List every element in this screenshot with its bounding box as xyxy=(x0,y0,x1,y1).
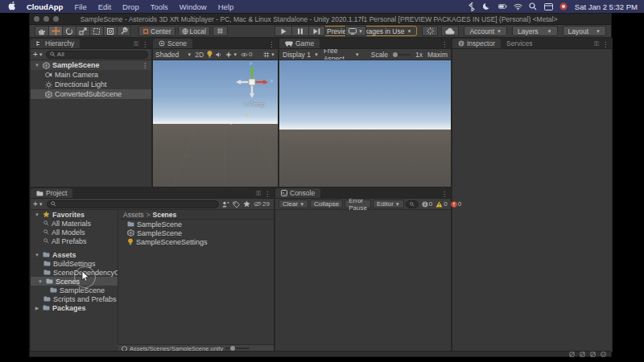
cloud-services-button[interactable] xyxy=(441,26,459,36)
disclosure-triangle-icon[interactable]: ▼ xyxy=(34,63,40,68)
layout-dropdown[interactable]: Layout▼ xyxy=(563,26,606,36)
tab-game[interactable]: Game xyxy=(279,39,320,48)
disclosure-triangle-icon[interactable]: ▼ xyxy=(34,212,40,217)
scene-visibility-toggle[interactable]: 0 xyxy=(241,51,252,58)
panel-menu-icon[interactable]: ⋮ xyxy=(268,41,275,48)
grid-snap-button[interactable] xyxy=(213,26,228,36)
hierarchy-item-subscene[interactable]: ConvertedSubScene xyxy=(31,89,151,99)
window-title-bar[interactable]: SampleScene - Asteroids 3D XR Multiplaye… xyxy=(30,14,611,25)
step-button[interactable] xyxy=(308,26,325,36)
light-gizmo-icon[interactable] xyxy=(245,106,250,121)
tree-item-samplescene-folder[interactable]: SampleScene xyxy=(31,286,118,294)
panel-menu-icon[interactable]: ⋮ xyxy=(441,41,448,48)
progress-activity-icon[interactable] xyxy=(569,352,575,357)
tree-item-all-materials[interactable]: All Materials xyxy=(31,219,118,228)
hierarchy-item-scene[interactable]: ▼ SampleScene ⋮ xyxy=(31,60,151,70)
tree-item-scripts-and-prefabs[interactable]: Scripts and Prefabs xyxy=(31,294,118,303)
layers-dropdown[interactable]: Layers▼ xyxy=(512,26,557,36)
tree-item-scenedependencycache[interactable]: SceneDependencyCache xyxy=(31,268,118,277)
minimize-window-button[interactable] xyxy=(43,16,49,22)
disclosure-triangle-icon[interactable]: ▼ xyxy=(37,279,43,284)
error-count-badge[interactable]: 0 xyxy=(451,200,461,208)
content-item-scene-settings[interactable]: SampleSceneSettings xyxy=(119,237,274,246)
hierarchy-item-camera[interactable]: Main Camera xyxy=(31,70,151,80)
custom-tool-button[interactable] xyxy=(117,26,130,36)
project-search-input[interactable] xyxy=(47,200,219,208)
error-pause-button[interactable]: Error Pause xyxy=(345,200,371,208)
game-viewport[interactable] xyxy=(279,60,451,187)
menu-item-edit[interactable]: Edit xyxy=(93,2,117,11)
persp-label[interactable]: < Persp xyxy=(244,101,265,108)
lock-icon[interactable]: ⚿ xyxy=(134,40,138,48)
collapse-button[interactable]: Collapse xyxy=(310,200,343,208)
hierarchy-search-input[interactable]: All xyxy=(46,51,148,59)
tree-item-all-prefabs[interactable]: All Prefabs xyxy=(31,237,118,245)
favorite-star-icon[interactable] xyxy=(243,200,250,208)
menu-item-tools[interactable]: Tools xyxy=(145,2,174,11)
background-tasks-icon[interactable] xyxy=(601,352,606,357)
battery-icon[interactable] xyxy=(498,2,507,11)
aspect-dropdown[interactable]: Free Aspect▼ xyxy=(324,49,366,60)
editor-dropdown[interactable]: Editor▼ xyxy=(373,200,404,208)
hidden-packages-count[interactable]: 29 xyxy=(254,200,271,208)
warning-count-badge[interactable]: 0 xyxy=(436,200,447,208)
search-by-label-icon[interactable] xyxy=(233,201,240,208)
camera-gizmo-icon[interactable] xyxy=(229,113,234,128)
breadcrumb-current[interactable]: Scenes xyxy=(152,211,176,219)
tree-item-buildsettings[interactable]: BuildSettings xyxy=(31,259,118,268)
clear-button[interactable]: Clear▼ xyxy=(279,200,308,208)
do-not-disturb-moon-icon[interactable] xyxy=(483,2,492,11)
spotlight-search-icon[interactable] xyxy=(529,2,538,11)
tree-item-assets[interactable]: ▼ Assets xyxy=(31,250,118,259)
create-asset-button[interactable]: +▼ xyxy=(33,200,43,208)
wifi-icon[interactable] xyxy=(514,2,522,11)
tree-item-all-models[interactable]: All Models xyxy=(31,228,118,237)
disclosure-triangle-icon[interactable]: ▶ xyxy=(34,305,40,311)
effects-dropdown[interactable]: ▼ xyxy=(225,51,237,58)
lock-icon[interactable]: ⚿ xyxy=(594,40,599,48)
pivot-toggle-button[interactable]: Center xyxy=(138,26,175,36)
menu-item-cloudapp[interactable]: CloudApp xyxy=(21,2,68,11)
account-dropdown[interactable]: Account▼ xyxy=(464,26,507,36)
panel-menu-icon[interactable]: ⋮ xyxy=(142,41,148,48)
recording-status-icon[interactable] xyxy=(559,2,568,11)
disclosure-triangle-icon[interactable]: ▼ xyxy=(34,253,40,257)
shading-mode-dropdown[interactable]: Shaded▼ xyxy=(155,51,192,59)
progress-activity-icon[interactable] xyxy=(590,352,596,357)
console-log-area[interactable] xyxy=(275,210,451,352)
progress-activity-icon[interactable] xyxy=(580,352,585,357)
space-toggle-button[interactable]: Local xyxy=(178,26,210,36)
create-button[interactable]: +▼ xyxy=(31,50,46,59)
scene-options-icon[interactable]: ⋮ xyxy=(142,62,151,69)
panel-menu-icon[interactable]: ⋮ xyxy=(441,191,448,198)
2d-toggle-button[interactable]: 2D xyxy=(195,51,204,59)
panel-menu-icon[interactable]: ⋮ xyxy=(602,41,609,48)
scene-orientation-gizmo[interactable]: y x xyxy=(234,64,270,100)
rotate-tool-button[interactable] xyxy=(62,26,76,36)
content-item-scene[interactable]: SampleScene xyxy=(119,228,274,237)
lock-icon[interactable]: ⚿ xyxy=(256,190,261,198)
apple-menu-icon[interactable] xyxy=(0,1,21,12)
collab-dropdown-button[interactable]: ▼ xyxy=(345,26,366,36)
rect-tool-button[interactable] xyxy=(89,26,103,36)
tab-console[interactable]: Console xyxy=(275,188,320,198)
play-button[interactable] xyxy=(275,26,291,36)
activity-indicator-button[interactable] xyxy=(422,26,438,36)
thumbnail-size-slider[interactable] xyxy=(225,348,250,349)
display-dropdown[interactable]: Display 1▼ xyxy=(283,51,319,59)
close-window-button[interactable] xyxy=(34,16,39,22)
tab-scene[interactable]: Scene xyxy=(153,39,192,48)
menu-item-help[interactable]: Help xyxy=(213,2,240,11)
menu-item-file[interactable]: File xyxy=(68,2,92,11)
tab-project[interactable]: Project xyxy=(31,188,72,198)
tab-services[interactable]: Services xyxy=(501,39,539,48)
preview-packages-button[interactable]: Preview Packages in Use ▼ xyxy=(321,26,417,36)
pause-button[interactable] xyxy=(291,26,308,36)
tab-hierarchy[interactable]: Hierarchy xyxy=(31,39,80,48)
search-by-type-icon[interactable] xyxy=(222,201,229,208)
bluetooth-icon[interactable] xyxy=(468,2,477,11)
tab-inspector[interactable]: Inspector xyxy=(452,39,501,48)
zoom-window-button[interactable] xyxy=(53,16,59,22)
console-search-input[interactable] xyxy=(406,200,419,208)
hand-tool-button[interactable] xyxy=(35,26,48,36)
